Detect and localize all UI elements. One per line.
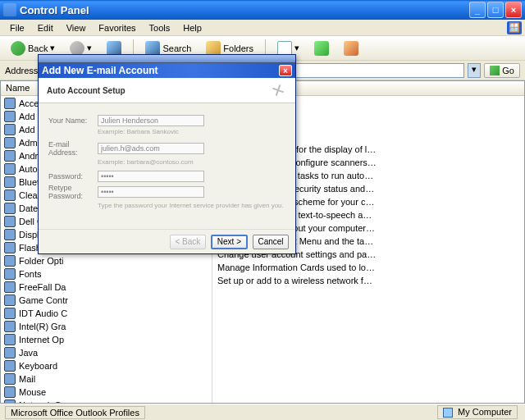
go-icon [490, 66, 500, 75]
list-item[interactable]: Fonts [1, 267, 212, 281]
item-icon [4, 360, 16, 372]
menu-file[interactable]: File [3, 21, 31, 34]
item-icon [4, 203, 16, 214]
password-input[interactable] [98, 171, 204, 182]
list-item[interactable]: FreeFall Da [1, 281, 212, 294]
item-label: Internet Op [19, 334, 64, 345]
item-label: FreeFall Da [19, 281, 66, 293]
email-label: E-mail Address: [48, 140, 98, 157]
item-label: Folder Opti [19, 255, 63, 267]
item-icon [4, 189, 16, 201]
wizard-header-strip [39, 55, 295, 63]
wizard-titlebar[interactable]: Add New E-mail Account × [39, 63, 295, 78]
item-icon [4, 347, 16, 358]
wizard-body: Your Name: Example: Barbara Sankovic E-m… [39, 103, 295, 229]
item-icon [4, 308, 16, 319]
item-icon [4, 334, 16, 345]
item-icon [4, 373, 16, 385]
status-bar: Microsoft Office Outlook Profiles My Com… [0, 404, 525, 420]
item-comment: Set up or add to a wireless network f… [212, 274, 524, 287]
list-item[interactable]: Game Contr [1, 294, 212, 307]
menu-view[interactable]: View [60, 21, 93, 34]
search-label: Search [162, 43, 191, 53]
list-item[interactable]: IDT Audio C [1, 307, 212, 320]
item-icon [4, 150, 16, 162]
views-icon [277, 41, 292, 56]
list-item[interactable]: Java [1, 346, 212, 359]
name-label: Your Name: [48, 116, 98, 125]
list-item[interactable]: Folder Opti [1, 254, 212, 267]
add-email-wizard: Add New E-mail Account × Auto Account Se… [38, 54, 296, 254]
retype-password-input[interactable] [98, 186, 204, 198]
window-titlebar: Control Panel _ □ × [0, 0, 525, 20]
up-icon [107, 41, 121, 56]
menu-favorites[interactable]: Favorites [92, 21, 142, 34]
go-label: Go [502, 66, 514, 75]
item-icon [4, 216, 16, 227]
item-label: Intel(R) Gra [19, 321, 66, 332]
list-item[interactable]: Mouse [1, 386, 212, 399]
item-label: Java [19, 347, 38, 358]
item-icon [4, 268, 16, 280]
item-icon [4, 321, 16, 332]
name-example: Example: Barbara Sankovic [98, 128, 287, 135]
item-icon [4, 294, 16, 306]
item-icon [4, 163, 16, 175]
item-icon [4, 242, 16, 253]
status-right-label: My Computer [458, 407, 512, 417]
cancel-wizard-button[interactable]: Cancel [253, 235, 289, 249]
list-item[interactable]: Network Connec [1, 399, 212, 403]
minimize-button[interactable]: _ [469, 2, 486, 18]
item-icon [4, 111, 16, 122]
item-label: Mouse [19, 386, 46, 398]
forward-icon [70, 41, 84, 56]
list-item[interactable]: Intel(R) Gra [1, 320, 212, 333]
password-label: Password: [48, 172, 98, 180]
window-title: Control Panel [20, 4, 468, 16]
search-icon [145, 41, 160, 56]
wizard-close-button[interactable]: × [279, 65, 292, 76]
list-item[interactable]: Keyboard [1, 359, 212, 372]
stop-button[interactable] [338, 38, 364, 59]
item-icon [4, 386, 16, 398]
item-icon [4, 137, 16, 148]
email-input[interactable] [98, 143, 204, 154]
app-icon [3, 3, 16, 16]
wizard-title: Add New E-mail Account [42, 65, 279, 76]
list-item[interactable]: Mail [1, 372, 212, 386]
password-hint: Type the password your Internet service … [98, 202, 287, 209]
stop-icon [344, 41, 358, 56]
list-item[interactable]: Internet Op [1, 333, 212, 346]
menu-edit[interactable]: Edit [31, 21, 60, 34]
next-wizard-button[interactable]: Next > [211, 235, 248, 249]
context-help-icon[interactable]: 🪟 [507, 21, 522, 34]
close-button[interactable]: × [505, 2, 522, 18]
item-icon [4, 229, 16, 240]
maximize-button[interactable]: □ [487, 2, 504, 18]
item-label: Fonts [19, 268, 42, 280]
item-label: Network Connec [19, 399, 85, 403]
item-icon [4, 98, 16, 109]
busy-icon [269, 81, 287, 99]
status-left: Microsoft Office Outlook Profiles [5, 406, 145, 419]
item-label: Game Contr [19, 294, 68, 306]
go-button[interactable]: Go [484, 63, 520, 78]
menu-help[interactable]: Help [176, 21, 208, 34]
address-dropdown-icon[interactable]: ▾ [468, 63, 481, 78]
item-icon [4, 124, 16, 135]
forward-dropdown-icon: ▾ [87, 43, 92, 53]
folders-icon [206, 41, 221, 56]
item-label: IDT Audio C [19, 308, 67, 319]
menu-tools[interactable]: Tools [143, 21, 177, 34]
name-input[interactable] [98, 115, 204, 126]
refresh-button[interactable] [308, 38, 335, 59]
item-icon [4, 281, 16, 293]
item-label: Keyboard [19, 360, 57, 372]
item-comment: Manage Information Cards used to lo… [212, 261, 524, 274]
retype-password-label: Retype Password: [48, 184, 98, 200]
item-icon [4, 399, 16, 403]
views-dropdown-icon: ▾ [294, 43, 299, 53]
item-icon [4, 176, 16, 188]
computer-icon [443, 408, 453, 418]
back-wizard-button: < Back [170, 235, 206, 249]
